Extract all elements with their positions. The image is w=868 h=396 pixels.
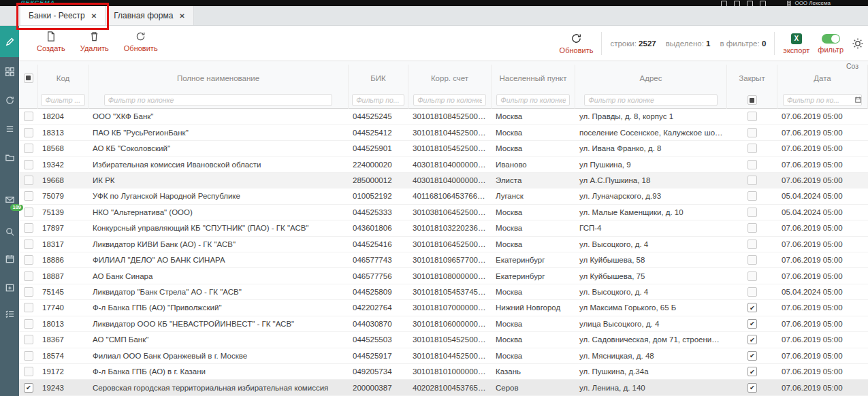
calendar-add-icon[interactable] [0, 277, 19, 297]
folder-icon[interactable] [0, 147, 19, 167]
table-row[interactable]: 17740 Ф-л Банка ГПБ (АО) "Приволжский" 0… [19, 300, 868, 316]
tab-banks-registry[interactable]: Банки - Реестр ✕ [20, 6, 106, 25]
table-row[interactable]: 18886 ФИЛИАЛ "ДЕЛО" АО БАНК СИНАРА 04657… [19, 252, 868, 268]
refresh-grid-button[interactable]: Обновить [560, 33, 594, 54]
filter-input-bik[interactable] [352, 94, 404, 106]
table-row[interactable]: 18013 Ликвидатор ООО КБ "НЕВАСТРОЙИНВЕСТ… [19, 316, 868, 332]
row-checkbox[interactable] [24, 223, 33, 233]
row-checkbox[interactable] [24, 112, 33, 121]
tab-main-form[interactable]: Главная форма ✕ [106, 6, 194, 25]
sync-icon[interactable] [0, 90, 19, 110]
closed-checkbox[interactable] [748, 128, 757, 137]
closed-checkbox[interactable] [748, 271, 757, 281]
cell-city: Екатеринбург [492, 256, 575, 264]
table-row[interactable]: 19172 Ф-л Банка ГПБ (АО) в г. Казани 049… [19, 364, 868, 380]
column-header-closed[interactable]: Закрыт [727, 65, 777, 91]
closed-checkbox[interactable]: ✔ [748, 319, 757, 329]
close-icon[interactable]: ✕ [91, 12, 97, 20]
row-checkbox[interactable] [24, 287, 33, 297]
closed-checkbox[interactable] [748, 223, 757, 233]
table-row[interactable]: 75079 УФК по Луганской Народной Республи… [19, 188, 868, 204]
closed-checkbox[interactable]: ✔ [748, 303, 757, 312]
list-icon[interactable] [0, 118, 19, 139]
tasks-checklist-icon[interactable] [0, 303, 19, 324]
column-header-corr-account[interactable]: Корр. счет [408, 65, 492, 91]
calendar-icon[interactable] [854, 96, 862, 103]
row-checkbox[interactable] [24, 191, 33, 201]
column-header-date[interactable]: Дата [777, 65, 868, 91]
filter-input-name[interactable] [104, 94, 332, 106]
filter-toggle-button[interactable]: фильтр [818, 34, 843, 54]
row-checkbox[interactable] [24, 208, 33, 217]
row-checkbox[interactable] [24, 319, 33, 329]
filter-input-address[interactable] [584, 94, 717, 106]
mail-icon[interactable]: 109 [0, 189, 19, 210]
closed-checkbox[interactable] [748, 255, 757, 265]
refresh-button[interactable]: Обновить [124, 31, 158, 52]
settings-gear-icon[interactable] [852, 37, 864, 50]
table-row[interactable]: 17897 Конкурсный управляющий КБ "СПУТНИК… [19, 220, 868, 236]
closed-checkbox[interactable] [748, 191, 757, 201]
cell-code: 75145 [38, 288, 89, 296]
row-checkbox[interactable] [24, 160, 33, 169]
closed-checkbox[interactable] [748, 112, 757, 121]
closed-checkbox[interactable]: ✔ [748, 383, 757, 393]
column-header-bik[interactable]: БИК [349, 65, 408, 91]
table-row[interactable]: 18313 ПАО КБ "РусьРегионБанк" 044525412 … [19, 125, 868, 140]
row-checkbox[interactable] [24, 351, 33, 361]
toggle-on-icon[interactable] [822, 34, 840, 44]
column-header-code[interactable]: Код [38, 65, 89, 91]
row-checkbox[interactable] [24, 255, 33, 265]
closed-filter-checkbox[interactable] [748, 95, 757, 105]
closed-checkbox[interactable]: ✔ [748, 335, 757, 344]
closed-checkbox[interactable]: ✔ [748, 367, 757, 376]
row-checkbox[interactable] [24, 240, 33, 249]
filter-input-date[interactable] [783, 94, 862, 106]
table-row[interactable]: 18204 ООО "ХКФ Банк" 044525245 301018108… [19, 109, 868, 125]
row-checkbox[interactable] [24, 271, 33, 281]
export-button[interactable]: X экспорт [783, 33, 809, 54]
calendar-icon[interactable] [0, 248, 19, 269]
row-checkbox[interactable] [24, 128, 33, 137]
row-checkbox[interactable] [24, 335, 33, 344]
select-all-checkbox[interactable] [24, 73, 33, 83]
table-row[interactable]: 18887 АО Банк Синара 046577756 301018108… [19, 268, 868, 284]
create-button[interactable]: Создать [37, 31, 65, 52]
table-row[interactable]: 18317 Ликвидатор КИВИ Банк (АО) - ГК "АС… [19, 237, 868, 252]
filter-input-corr-account[interactable] [413, 94, 485, 106]
search-icon[interactable] [0, 221, 19, 242]
table-row[interactable]: ✔ 19243 Серовская городская территориаль… [19, 380, 868, 395]
filter-input-city[interactable] [496, 94, 569, 106]
select-all-header[interactable] [19, 65, 38, 91]
table-row[interactable]: 75145 Ликвидатор "Банк Стрела" АО - ГК "… [19, 284, 868, 300]
row-checkbox[interactable]: ✔ [24, 383, 33, 393]
column-header-address[interactable]: Адрес [575, 65, 727, 91]
closed-checkbox[interactable] [748, 240, 757, 249]
column-header-name[interactable]: Полное наименование [89, 65, 349, 91]
row-checkbox[interactable] [24, 144, 33, 153]
column-header-city[interactable]: Населенный пункт [492, 65, 575, 91]
table-row[interactable]: 19668 ИК РК 285000012 4030181040000000..… [19, 173, 868, 188]
edit-icon[interactable] [0, 26, 19, 57]
cell-code: 18013 [38, 320, 89, 328]
table-row[interactable]: 18367 АО "СМП Банк" 044525503 3010181054… [19, 332, 868, 348]
delete-button[interactable]: Удалить [80, 31, 109, 52]
table-row[interactable]: 18574 Филиал ООО Банк Оранжевый в г. Мос… [19, 348, 868, 364]
table-row[interactable]: 18568 АО КБ "Соколовский" 044525901 3010… [19, 141, 868, 156]
closed-checkbox[interactable] [748, 160, 757, 169]
closed-checkbox[interactable] [748, 208, 757, 217]
apps-grid-icon[interactable] [0, 61, 19, 82]
table-row[interactable]: 75139 НКО "Альтернатива" (ООО) 044525333… [19, 205, 868, 220]
row-checkbox[interactable] [24, 367, 33, 376]
closed-checkbox[interactable] [748, 176, 757, 185]
filter-input-code[interactable] [41, 94, 84, 106]
company-selector[interactable]: ООО Лексема [786, 0, 831, 6]
closed-checkbox[interactable] [748, 287, 757, 297]
table-row[interactable]: 19342 Избирательная комиссия Ивановской … [19, 156, 868, 172]
cell-name: ООО "ХКФ Банк" [89, 112, 349, 120]
closed-checkbox[interactable] [748, 144, 757, 153]
close-icon[interactable]: ✕ [179, 12, 184, 20]
row-checkbox[interactable] [24, 176, 33, 185]
closed-checkbox[interactable]: ✔ [748, 351, 757, 361]
row-checkbox[interactable] [24, 303, 33, 312]
